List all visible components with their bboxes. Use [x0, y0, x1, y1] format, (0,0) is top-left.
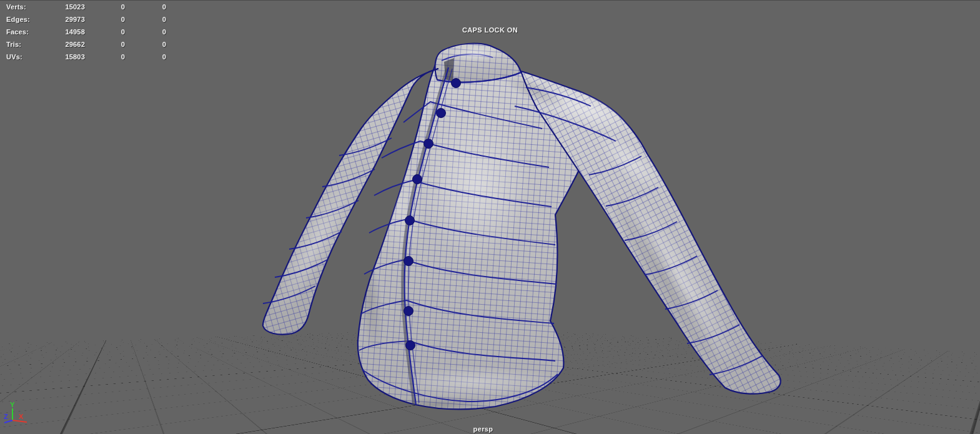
hud-row-verts: Verts: 15023 0 0 — [6, 2, 166, 14]
hud-row-tris: Tris: 29662 0 0 — [6, 39, 166, 52]
hud-row-faces: Faces: 14958 0 0 — [6, 27, 166, 39]
x-axis-label: X — [19, 413, 24, 420]
hud-label: Faces: — [6, 27, 59, 39]
hud-label: Verts: — [6, 2, 59, 14]
hud-row-uvs: UVs: 15803 0 0 — [6, 52, 166, 64]
hud-col3: 0 — [125, 2, 166, 14]
z-axis-label: Z — [4, 413, 8, 420]
hud-col2: 0 — [85, 39, 125, 52]
hud-label: UVs: — [6, 52, 59, 64]
hud-col3: 0 — [125, 52, 166, 64]
hud-label: Edges: — [6, 14, 59, 27]
hud-col2: 0 — [85, 27, 125, 39]
hud-col2: 0 — [85, 2, 125, 14]
hud-total: 29662 — [59, 39, 85, 52]
hud-total: 14958 — [59, 27, 85, 39]
hud-col2: 0 — [85, 52, 125, 64]
camera-name-label: persp — [473, 425, 493, 433]
hud-label: Tris: — [6, 39, 59, 52]
x-axis-line — [12, 420, 27, 422]
hud-total: 15803 — [59, 52, 85, 64]
caps-lock-warning: CAPS LOCK ON — [462, 26, 518, 34]
y-axis-label: Y — [10, 401, 15, 408]
maya-3d-viewport[interactable]: Verts: 15023 0 0 Edges: 29973 0 0 Faces:… — [0, 0, 980, 434]
hud-col2: 0 — [85, 14, 125, 27]
hud-col3: 0 — [125, 27, 166, 39]
hud-row-edges: Edges: 29973 0 0 — [6, 14, 166, 27]
poly-count-hud: Verts: 15023 0 0 Edges: 29973 0 0 Faces:… — [6, 2, 166, 64]
hud-col3: 0 — [125, 39, 166, 52]
view-axis-gizmo: Y X Z — [0, 400, 44, 434]
hud-col3: 0 — [125, 14, 166, 27]
z-axis-line — [4, 420, 12, 423]
hud-total: 15023 — [59, 2, 85, 14]
jacket-model-wireframe[interactable] — [0, 0, 980, 434]
hud-total: 29973 — [59, 14, 85, 27]
